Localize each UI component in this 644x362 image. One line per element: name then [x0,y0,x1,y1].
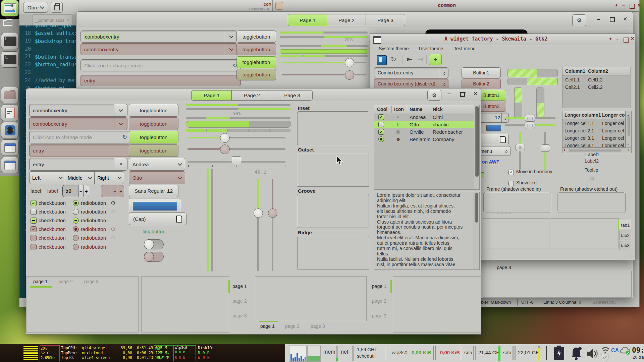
gtk3-textview[interactable]: Lorem ipsum dolor sit amet, consectetur … [374,192,480,270]
document-tab[interactable]: _common.scss × [32,14,72,26]
gtk4-comboboxentry[interactable]: comboboxentry [80,31,237,43]
radiobutton-1[interactable] [73,200,79,206]
gtk3-spinbutton[interactable]: 50 − + [62,185,89,197]
col-header-name[interactable]: Name [410,107,422,112]
vscroll-thumb[interactable] [475,193,478,223]
gtk2-table2-vscrollbar[interactable] [626,111,632,148]
gtk3-treeview[interactable]: Cool Icon Name Nick ✓ ✓ Andrea Cimi ! Ot… [374,105,480,190]
gtk2-button1[interactable]: Button1 [462,67,501,78]
gtk4-tab-page2[interactable]: Page 2 [327,14,366,26]
nb2-tab-page3[interactable]: page 3 [232,313,247,318]
dock-item-mouse-app[interactable] [1,122,19,138]
gtk2-file-button[interactable] [477,134,509,145]
gtk2-spinbutton[interactable]: 12 [477,113,509,123]
gtk2-table1[interactable]: Column1 Column2 Cell1.1 Cell1.2 Cell2.1 … [562,67,631,108]
radiobutton-3-indeterminate[interactable] [73,218,79,224]
nb2-tab-page2[interactable]: page 2 [232,298,247,304]
disk-sdb-label[interactable]: sdb [503,350,511,355]
gtk3-tab-page1[interactable]: Page 1 [191,90,232,101]
gear-icon[interactable]: ⚙ [111,200,115,206]
battery-icon[interactable] [554,347,564,360]
gtk2-close-button[interactable]: × [631,36,634,42]
gtk3-close-button[interactable]: × [474,90,477,97]
gtk3-scale-1[interactable] [187,137,285,138]
col-header-icon[interactable]: Icon [394,107,404,112]
dock-item-terminal-1[interactable]: $_ [1,33,19,49]
gtk2-option-menu[interactable]: menu [477,146,511,156]
gtk2-sparkle-button[interactable]: ✦ [609,37,612,41]
dock-item-widget-settings[interactable]: ✓ [1,0,19,16]
dock-item-window-app-1[interactable] [1,139,19,156]
col-header-nick[interactable]: Nick [433,107,443,112]
nb4-tab-page2[interactable]: page 2 [372,298,386,304]
col-header[interactable]: Column1 [565,68,585,74]
nb1-tab-page2[interactable]: page 2 [58,279,73,284]
gtk3-tab-page2[interactable]: Page 2 [231,90,272,101]
col-header-cool[interactable]: Cool [377,107,387,112]
maximize-button[interactable] [630,4,635,10]
tree-row-1[interactable]: ✓ ✓ Andrea Cimi [374,114,474,121]
col-header[interactable]: Longer col [602,112,626,118]
dock-grip[interactable]: ❘❘❘ [6,27,15,31]
gtk2-check-showtext[interactable] [508,181,514,186]
scroll-left-icon[interactable]: ‹ [564,147,565,152]
nb4-tab-page1[interactable]: page 1 [372,284,386,289]
gtk3-togglebutton-3[interactable]: togglebutton [129,131,178,143]
tree-row-2-selected[interactable]: ! Otto chaotic [374,121,474,128]
date[interactable]: 20 d'abr. [633,355,644,360]
checkbutton-2-label[interactable]: checkbutton [39,209,66,215]
shield-check-icon[interactable] [600,353,609,362]
gtk2-vscale-1-handle[interactable]: ☰ [516,144,525,151]
common-titlebar[interactable]: common ✦ – × [272,0,640,12]
gtk3-scale-marks-handle[interactable] [232,156,241,166]
gtk3-link-button[interactable]: link button [143,229,165,234]
gtk2-hscale-2-handle[interactable]: ❘❘❘ [525,122,535,129]
spin-minus-button[interactable]: − [78,185,84,197]
gtk3-color-button[interactable] [129,198,181,214]
gtk4-togglebutton-3[interactable]: togglebutton [236,56,276,68]
gtk2-check-showtext-label[interactable]: Show text [516,180,537,185]
nb2-tab-page1[interactable]: page 1 [232,284,247,289]
notification-bell-icon[interactable] [570,346,583,360]
gtk3-togglebutton-1[interactable]: togglebutton [129,104,178,117]
nb3-tab-page1[interactable]: page 1 [260,323,275,329]
tree-row-3[interactable]: ✓ ◎ Orville Redenbacher [374,128,474,136]
gtk3-switch-off[interactable] [144,239,164,249]
menu-test-menu[interactable]: Test menu [454,46,476,51]
nb1-tab-page3[interactable]: page 3 [84,279,99,284]
combo-dropdown[interactable] [114,104,127,116]
close-button[interactable]: × [638,2,641,9]
gtk2-combo-entry[interactable]: Combo box entry [374,67,448,78]
gtk2-maximize-button[interactable] [624,38,629,44]
checkbutton-1-label[interactable]: checkbutton [39,200,66,206]
gtk4-scale-1-handle[interactable] [345,58,354,67]
skip-back-icon[interactable]: ⇤ [407,55,412,63]
new-tab-button[interactable] [51,2,63,13]
gtk2-vscale-2-handle[interactable]: ☰ [541,144,550,152]
keyboard-layout[interactable]: CA [611,348,619,354]
gtk4-close-button[interactable]: × [623,15,627,23]
sparkle-button[interactable]: ✦ [614,3,618,8]
refresh-icon[interactable]: ↻ [391,55,396,63]
gtk3-entry-clear[interactable]: entry × [29,158,127,171]
menu-user-theme[interactable]: User theme [419,46,443,51]
combo-left[interactable]: Left [30,172,65,184]
gtk3-combo-andrea[interactable]: Andrea [129,158,185,171]
gtk2-awf-link[interactable]: on AWF [482,159,499,165]
combo-middle[interactable]: Middle [65,172,94,184]
disk-sda-label[interactable]: sda [464,350,472,355]
gtk3-tab-page3[interactable]: Page 3 [272,90,313,101]
col-header[interactable]: Longer column1 [565,112,601,118]
net-history-graph[interactable] [307,346,321,362]
close-tab-icon[interactable]: × [67,18,69,23]
gtk3-icon-entry[interactable]: Click icon to change mode ↻ [29,131,131,143]
gtk3-comboboxentry[interactable]: comboboxentry [29,104,127,117]
net-plugin-label[interactable]: net [341,349,348,355]
combo-dropdown[interactable] [225,31,237,42]
gtk2-color-button[interactable] [486,125,501,131]
gtk3-font-button[interactable]: Sans Regular12 [129,185,178,197]
cpu-freq-label[interactable]: 1,59 GHz [357,347,377,352]
refresh-icon[interactable]: ↻ [122,134,127,141]
hscroll-thumb[interactable]: ❘❘❘ [569,148,622,152]
resize-grip[interactable]: ⋰ [630,255,634,259]
